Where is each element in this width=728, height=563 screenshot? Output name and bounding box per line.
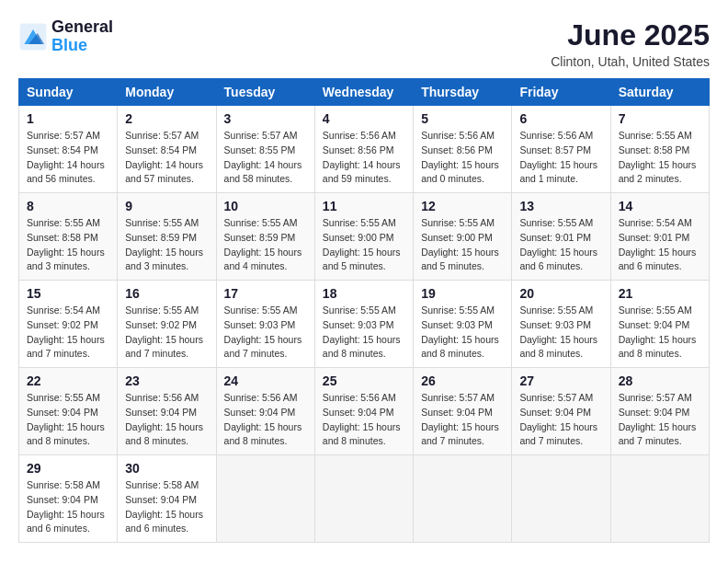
calendar-cell: 9Sunrise: 5:55 AMSunset: 8:59 PMDaylight… [118,193,216,281]
day-number: 11 [323,199,405,213]
day-info: Sunrise: 5:55 AMSunset: 9:00 PMDaylight:… [323,216,405,274]
calendar-cell [414,455,512,543]
weekday-header-tuesday: Tuesday [216,79,314,106]
calendar-cell: 10Sunrise: 5:55 AMSunset: 8:59 PMDayligh… [216,193,314,281]
day-number: 19 [421,286,504,301]
calendar-cell: 13Sunrise: 5:55 AMSunset: 9:01 PMDayligh… [512,193,610,281]
day-number: 6 [519,111,602,126]
calendar-cell: 18Sunrise: 5:55 AMSunset: 9:03 PMDayligh… [314,281,413,368]
day-number: 30 [125,461,208,476]
day-info: Sunrise: 5:55 AMSunset: 9:00 PMDaylight:… [421,216,504,274]
day-info: Sunrise: 5:55 AMSunset: 9:03 PMDaylight:… [519,304,602,362]
calendar-table: SundayMondayTuesdayWednesdayThursdayFrid… [18,78,710,543]
day-number: 3 [224,111,307,126]
calendar-cell [314,455,413,543]
day-info: Sunrise: 5:58 AMSunset: 9:04 PMDaylight:… [27,478,109,536]
day-info: Sunrise: 5:55 AMSunset: 9:03 PMDaylight:… [421,304,504,362]
day-info: Sunrise: 5:58 AMSunset: 9:04 PMDaylight:… [125,478,208,536]
day-number: 28 [619,373,701,388]
day-info: Sunrise: 5:55 AMSunset: 8:58 PMDaylight:… [619,129,701,187]
day-info: Sunrise: 5:57 AMSunset: 8:54 PMDaylight:… [125,129,208,187]
weekday-header-thursday: Thursday [414,79,512,106]
day-number: 21 [619,286,701,301]
calendar-cell: 19Sunrise: 5:55 AMSunset: 9:03 PMDayligh… [414,281,512,368]
day-number: 7 [619,111,701,126]
day-number: 16 [125,286,208,301]
calendar-cell: 27Sunrise: 5:57 AMSunset: 9:04 PMDayligh… [512,368,610,455]
day-info: Sunrise: 5:54 AMSunset: 9:01 PMDaylight:… [619,216,701,274]
day-info: Sunrise: 5:56 AMSunset: 9:04 PMDaylight:… [125,391,208,449]
title-section: June 2025 Clinton, Utah, United States [551,18,710,69]
day-number: 13 [519,199,602,213]
calendar-cell: 25Sunrise: 5:56 AMSunset: 9:04 PMDayligh… [314,368,413,455]
day-number: 2 [125,111,208,126]
day-number: 12 [421,199,504,213]
day-number: 22 [27,373,109,388]
day-info: Sunrise: 5:56 AMSunset: 8:56 PMDaylight:… [421,129,504,187]
calendar-cell: 16Sunrise: 5:55 AMSunset: 9:02 PMDayligh… [118,281,216,368]
calendar-cell [512,455,610,543]
calendar-cell: 8Sunrise: 5:55 AMSunset: 8:58 PMDaylight… [19,193,118,281]
day-info: Sunrise: 5:55 AMSunset: 9:03 PMDaylight:… [224,304,307,362]
day-info: Sunrise: 5:56 AMSunset: 8:57 PMDaylight:… [519,129,602,187]
calendar-cell: 17Sunrise: 5:55 AMSunset: 9:03 PMDayligh… [216,281,314,368]
day-info: Sunrise: 5:55 AMSunset: 9:02 PMDaylight:… [125,304,208,362]
day-info: Sunrise: 5:57 AMSunset: 8:55 PMDaylight:… [224,129,307,187]
location: Clinton, Utah, United States [551,54,710,69]
day-number: 25 [323,373,405,388]
weekday-header-saturday: Saturday [610,79,709,106]
weekday-header-friday: Friday [512,79,610,106]
week-row-1: 1Sunrise: 5:57 AMSunset: 8:54 PMDaylight… [19,106,710,193]
day-number: 18 [323,286,405,301]
day-number: 20 [519,286,602,301]
day-info: Sunrise: 5:57 AMSunset: 8:54 PMDaylight:… [27,129,109,187]
day-info: Sunrise: 5:55 AMSunset: 9:04 PMDaylight:… [619,304,701,362]
day-info: Sunrise: 5:56 AMSunset: 9:04 PMDaylight:… [323,391,405,449]
calendar-cell: 23Sunrise: 5:56 AMSunset: 9:04 PMDayligh… [118,368,216,455]
day-info: Sunrise: 5:55 AMSunset: 8:59 PMDaylight:… [125,216,208,274]
weekday-header-sunday: Sunday [19,79,118,106]
day-number: 14 [619,199,701,213]
calendar-cell: 15Sunrise: 5:54 AMSunset: 9:02 PMDayligh… [19,281,118,368]
day-number: 5 [421,111,504,126]
month-title: June 2025 [551,18,710,52]
day-info: Sunrise: 5:55 AMSunset: 8:59 PMDaylight:… [224,216,307,274]
day-number: 4 [323,111,405,126]
calendar-cell: 5Sunrise: 5:56 AMSunset: 8:56 PMDaylight… [414,106,512,193]
calendar-cell: 3Sunrise: 5:57 AMSunset: 8:55 PMDaylight… [216,106,314,193]
calendar-cell: 1Sunrise: 5:57 AMSunset: 8:54 PMDaylight… [19,106,118,193]
day-info: Sunrise: 5:55 AMSunset: 9:03 PMDaylight:… [323,304,405,362]
day-number: 27 [519,373,602,388]
day-number: 15 [27,286,109,301]
logo: General Blue [18,18,113,55]
weekday-header-monday: Monday [118,79,216,106]
day-info: Sunrise: 5:57 AMSunset: 9:04 PMDaylight:… [519,391,602,449]
calendar-cell: 11Sunrise: 5:55 AMSunset: 9:00 PMDayligh… [314,193,413,281]
day-number: 23 [125,373,208,388]
calendar-cell: 20Sunrise: 5:55 AMSunset: 9:03 PMDayligh… [512,281,610,368]
day-number: 29 [27,461,109,476]
day-number: 1 [27,111,109,126]
day-number: 24 [224,373,307,388]
day-info: Sunrise: 5:56 AMSunset: 8:56 PMDaylight:… [323,129,405,187]
week-row-4: 22Sunrise: 5:55 AMSunset: 9:04 PMDayligh… [19,368,710,455]
day-number: 17 [224,286,307,301]
calendar-cell: 12Sunrise: 5:55 AMSunset: 9:00 PMDayligh… [414,193,512,281]
calendar-cell: 29Sunrise: 5:58 AMSunset: 9:04 PMDayligh… [19,455,118,543]
logo-icon [18,22,48,52]
day-info: Sunrise: 5:55 AMSunset: 9:01 PMDaylight:… [519,216,602,274]
calendar-cell: 22Sunrise: 5:55 AMSunset: 9:04 PMDayligh… [19,368,118,455]
day-number: 10 [224,199,307,213]
day-info: Sunrise: 5:56 AMSunset: 9:04 PMDaylight:… [224,391,307,449]
calendar-cell: 7Sunrise: 5:55 AMSunset: 8:58 PMDaylight… [610,106,709,193]
week-row-3: 15Sunrise: 5:54 AMSunset: 9:02 PMDayligh… [19,281,710,368]
weekday-header-wednesday: Wednesday [314,79,413,106]
day-number: 8 [27,199,109,213]
calendar-cell: 30Sunrise: 5:58 AMSunset: 9:04 PMDayligh… [118,455,216,543]
calendar-cell: 26Sunrise: 5:57 AMSunset: 9:04 PMDayligh… [414,368,512,455]
day-number: 9 [125,199,208,213]
day-info: Sunrise: 5:54 AMSunset: 9:02 PMDaylight:… [27,304,109,362]
week-row-5: 29Sunrise: 5:58 AMSunset: 9:04 PMDayligh… [19,455,710,543]
day-number: 26 [421,373,504,388]
calendar-cell [610,455,709,543]
